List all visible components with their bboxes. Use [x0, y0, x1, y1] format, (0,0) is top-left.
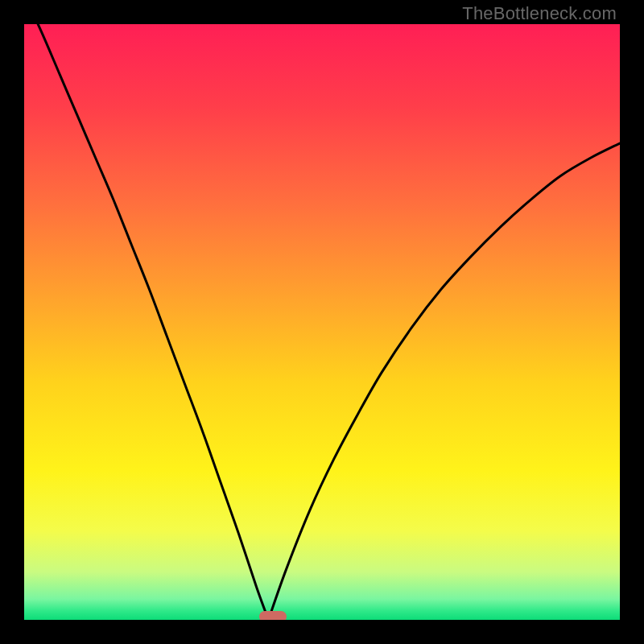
right-branch-curve: [268, 143, 620, 620]
chart-frame: [24, 24, 620, 620]
chart-curves: [24, 24, 620, 620]
watermark-text: TheBottleneck.com: [462, 3, 617, 24]
left-branch-curve: [24, 24, 268, 620]
bottleneck-marker: [259, 611, 286, 620]
